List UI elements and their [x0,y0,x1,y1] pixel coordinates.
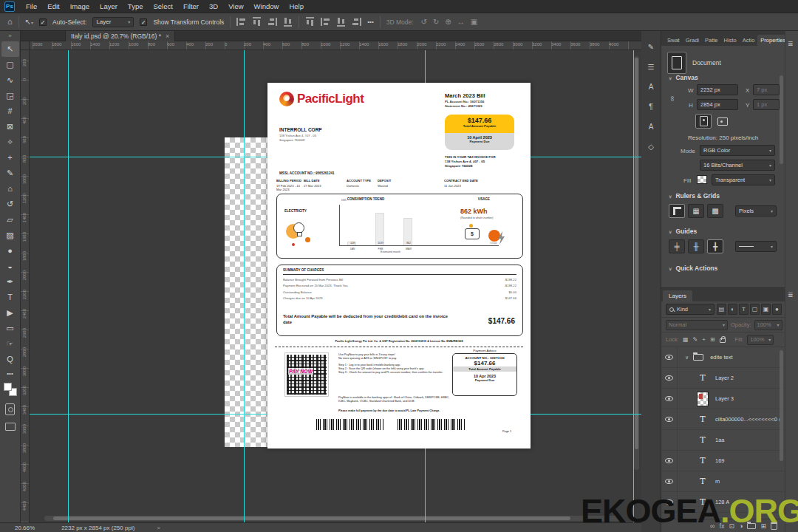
gradient-tool[interactable]: ▨ [1,228,19,243]
layer-name[interactable]: 128 A [715,499,729,505]
eyedropper-tool[interactable]: ✧ [1,134,19,150]
menu-type[interactable]: Type [123,0,149,13]
edit-toolbar-icon[interactable]: ••• [7,370,13,377]
new-group-icon[interactable] [747,523,756,529]
layer-visibility-toggle[interactable] [661,451,678,471]
tab-layers[interactable]: Layers [663,290,692,301]
dodge-tool[interactable]: ◒ [1,259,19,274]
quick-mask-button[interactable] [5,403,15,415]
auto-select-dropdown[interactable]: Layer▾ [92,17,134,27]
guide-style-dropdown[interactable]: ▾ [735,241,777,252]
landscape-orientation-button[interactable] [715,114,731,129]
quick-actions-section-header[interactable]: ∨Quick Actions [669,265,717,272]
clone-stamp-tool[interactable]: ⌂ [1,181,19,197]
layer-name[interactable]: Layer 2 [715,375,734,381]
link-dimensions-icon[interactable]: ∞ [669,96,677,101]
layer-name[interactable]: 1aa [715,437,725,443]
align-more-button[interactable]: ••• [367,19,373,25]
layers-panel-menu-icon[interactable]: ≣ [788,291,794,299]
show-transform-checkbox[interactable]: ✓ [140,18,147,26]
filter-shape-layers-icon[interactable]: ▢ [750,304,760,315]
layer-name[interactable]: Layer 3 [715,395,734,402]
object-selection-tool[interactable]: ◲ [1,88,19,103]
home-icon[interactable]: ⌂ [7,18,13,26]
canvas-viewport[interactable]: PacificLight March 2023 Bill PL Account … [30,50,641,522]
blur-tool[interactable]: ● [1,243,19,259]
zoom-tool[interactable]: Q [1,352,19,367]
layers-scrollbar[interactable] [780,350,783,461]
layer-name[interactable]: m [715,478,720,485]
fill-field[interactable]: 100%▾ [747,335,774,345]
lock-move-icon[interactable]: + [702,336,706,343]
height-field[interactable]: 2854 px [697,99,738,110]
toggle-rulers-button[interactable] [669,204,685,218]
width-field[interactable]: 2232 px [697,84,738,95]
3d-dolly-icon[interactable]: ▣ [469,18,479,26]
menu-filter[interactable]: Filter [178,0,204,13]
lock-guides-button[interactable]: ╫ [688,239,704,253]
layer-visibility-toggle[interactable] [661,409,678,429]
layer-cilta[interactable]: T cilta000000...<<<<<<<<0 d [661,409,785,430]
new-layer-icon[interactable]: ⊞ [760,522,766,530]
distribute-bottom-icon[interactable] [352,18,361,26]
menu-file[interactable]: File [21,0,42,13]
properties-scrollbar[interactable] [780,75,783,164]
filter-smart-objects-icon[interactable]: ▣ [761,304,771,315]
screen-mode-button[interactable] [5,423,16,431]
3d-slide-icon[interactable]: ↔ [456,18,466,26]
layer-name[interactable]: edite text [710,354,732,361]
distribute-vertical-icon[interactable] [321,18,330,26]
type-tool[interactable]: T [1,290,19,305]
align-left-icon[interactable] [236,18,246,26]
3d-roll-icon[interactable]: ↻ [432,18,440,26]
distribute-left-icon[interactable] [337,17,345,27]
edit-guides-button[interactable]: ╋ [707,239,723,253]
group-chevron-icon[interactable]: ∨ [685,355,689,361]
rulers-grids-section-header[interactable]: ∨Rulers & Grids [669,192,720,200]
layer-visibility-toggle[interactable] [661,430,678,450]
foreground-color-swatch[interactable] [4,383,12,391]
layer-group-edite-text[interactable]: ∨ edite text [661,347,785,368]
tab-properties[interactable]: Properties [757,35,785,46]
lock-paint-icon[interactable]: ✎ [693,336,698,343]
paragraph-panel-icon[interactable]: ¶ [644,100,658,113]
document-properties-button[interactable] [667,52,686,74]
color-swatches[interactable] [4,383,17,396]
brush-tool[interactable]: ✎ [1,166,19,181]
delete-layer-icon[interactable] [771,522,777,530]
layer-visibility-toggle[interactable] [661,389,678,409]
layer-layer-3[interactable]: Layer 3 [661,389,785,409]
layer-visibility-toggle[interactable] [661,492,678,512]
collapse-toolbar-icon[interactable]: » [8,33,11,41]
status-chevron-icon[interactable]: > [157,525,160,531]
filter-pin-icon[interactable]: ● [772,304,782,315]
distribute-horizontal-icon[interactable] [306,17,314,27]
layer-m[interactable]: T m [661,471,785,492]
adjustment-layer-icon[interactable]: ◑ [739,522,743,530]
fill-swatch[interactable] [697,175,707,184]
menu-window[interactable]: Window [249,0,284,13]
glyphs-panel-icon[interactable]: A [644,120,658,133]
bit-depth-dropdown[interactable]: 16 Bits/Channel▾ [700,160,775,171]
lock-all-icon[interactable] [720,338,726,343]
panel-tab[interactable]: Gradi [683,35,702,46]
menu-3d[interactable]: 3D [204,0,223,13]
layer-visibility-toggle[interactable] [661,347,678,367]
auto-select-checkbox[interactable]: ✓ [39,18,47,26]
move-tool-preset-icon[interactable]: ↖▾ [25,18,33,26]
properties-panel-menu-icon[interactable]: ≣ [788,40,794,47]
menu-edit[interactable]: Edit [42,0,64,13]
spot-healing-brush-tool[interactable]: + [1,150,19,166]
layer-effects-icon[interactable]: fx [719,522,724,530]
layer-169[interactable]: T 169 [661,451,785,471]
vertical-scrollbar[interactable] [634,56,639,470]
brush-settings-icon[interactable]: ✎ [644,40,658,53]
rectangular-marquee-tool[interactable]: ▢ [1,57,19,72]
mode-dropdown[interactable]: RGB Color▾ [700,145,775,156]
layer-name[interactable]: cilta000000...<<<<<<<<0 d [715,416,782,423]
lock-transparency-icon[interactable]: ▦ [683,336,689,343]
horizontal-scrollbar[interactable] [44,516,621,521]
layer-128[interactable]: T 128 A [661,492,785,513]
toggle-pixel-grid-button[interactable]: ▩ [707,204,723,218]
lasso-tool[interactable]: ∿ [1,72,19,88]
